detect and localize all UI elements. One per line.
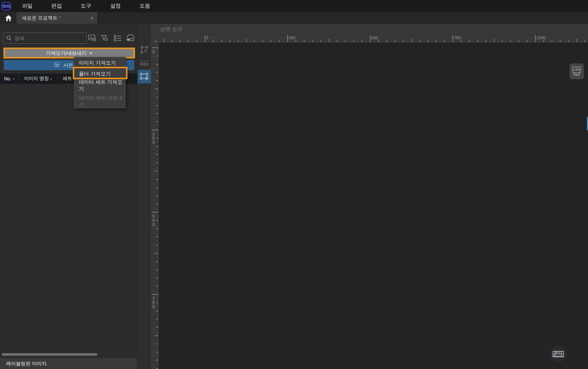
search-input[interactable] — [14, 35, 75, 41]
search-box[interactable] — [3, 32, 87, 44]
tab-close-icon[interactable]: × — [90, 15, 94, 21]
horizontal-ruler: 02505007501000 — [151, 35, 588, 42]
home-icon — [5, 15, 12, 22]
tab-modified-mark: * — [59, 15, 61, 21]
chevron-down-icon: ▼ — [89, 51, 92, 55]
menu-item-import-images[interactable]: 이미지 가져오기 — [74, 57, 125, 68]
import-export-menu: 이미지 가져오기 폴더 가져오기 데이터 세트 가져오기 데이터 세트 내보내기 — [74, 57, 126, 108]
closed-eye-icon — [573, 73, 581, 76]
menu-settings[interactable]: 설정 — [105, 0, 126, 12]
import-export-label: 가져오기/내보내기 — [46, 50, 87, 57]
menu-help[interactable]: 도움 — [134, 0, 155, 12]
column-image-name[interactable]: 이미지 명칭 ▾ — [19, 74, 57, 84]
labeled-images-footer: 레이블링된 이미지 — [0, 358, 137, 369]
shortcut-keyboard-button[interactable] — [550, 346, 567, 362]
keyboard-icon — [553, 351, 564, 357]
menu-items: 파일 편집 도구 설정 도움 — [17, 0, 155, 12]
list-view-icon[interactable] — [114, 34, 122, 42]
column-no-label: No. — [4, 76, 11, 81]
menu-file[interactable]: 파일 — [17, 0, 38, 12]
annotation-tool-strip: ROI — [137, 24, 151, 369]
camera-hide-button[interactable]: CAM — [570, 63, 584, 79]
column-no[interactable]: No. ▾ — [0, 74, 19, 84]
search-icon — [6, 35, 12, 41]
panel-toolbar — [88, 33, 135, 43]
view-toggle-icon[interactable] — [126, 34, 135, 42]
tab-new-project[interactable]: 새로운 프로젝트 * × — [17, 12, 97, 24]
import-export-button[interactable]: 가져오기/내보내기 ▼ — [5, 49, 134, 57]
menu-tools[interactable]: 도구 — [75, 0, 97, 12]
vertical-ruler: 0250500750 — [151, 42, 158, 369]
image-settings-icon[interactable] — [88, 34, 97, 42]
model-network-icon — [54, 62, 60, 68]
smart-labeling-icon — [140, 45, 149, 54]
menu-item-import-dataset[interactable]: 데이터 세트 가져오기 — [74, 79, 125, 92]
labeled-images-label: 레이블링된 이미지 — [6, 360, 47, 367]
sort-caret-icon: ▾ — [50, 77, 52, 81]
selection-tool-icon — [140, 72, 149, 81]
column-set-label: 세트 — [63, 75, 72, 82]
filter-icon[interactable] — [101, 34, 109, 42]
canvas-toolbar: 선택 도구 — [151, 24, 588, 35]
camera-icon: CAM — [573, 67, 581, 73]
labeling-canvas[interactable] — [158, 42, 588, 369]
roi-icon: ROI — [140, 61, 149, 66]
menu-edit[interactable]: 편집 — [46, 0, 67, 12]
menu-item-import-folder[interactable]: 폴더 가져오기 — [74, 68, 125, 79]
tab-bar: 새로운 프로젝트 * × — [0, 12, 588, 24]
app-logo: DLK) — [2, 2, 11, 11]
canvas-tool-title: 선택 도구 — [160, 26, 183, 33]
smart-labeling-tool-button[interactable] — [138, 43, 151, 57]
sort-caret-icon: ▾ — [13, 77, 14, 81]
roi-tool-button[interactable]: ROI — [138, 57, 151, 70]
horizontal-scrollbar-thumb[interactable] — [2, 353, 97, 356]
tab-title: 새로운 프로젝트 — [22, 15, 58, 22]
selection-tool-button-active[interactable] — [138, 70, 151, 83]
menu-item-export-dataset: 데이터 세트 내보내기 — [74, 96, 125, 107]
home-button[interactable] — [0, 12, 17, 24]
menu-bar: DLK) 파일 편집 도구 설정 도움 — [0, 0, 588, 12]
column-image-name-label: 이미지 명칭 — [24, 75, 49, 82]
image-table-rows[interactable] — [0, 84, 137, 353]
